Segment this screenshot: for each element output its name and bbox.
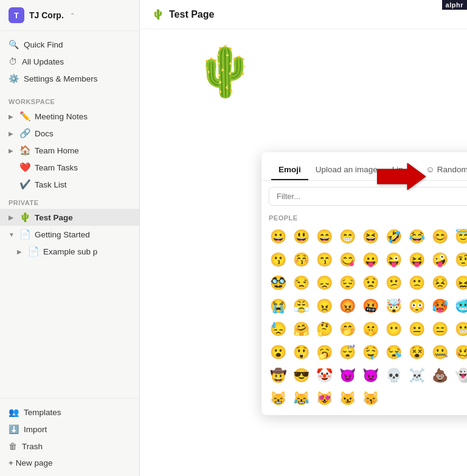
emoji-cell[interactable]: 😔 [336,271,359,295]
emoji-cell[interactable]: 😤 [289,295,313,318]
emoji-cell[interactable]: 😛 [359,248,382,271]
emoji-cell[interactable]: 🤯 [382,295,405,318]
emoji-cell[interactable]: 💩 [428,364,451,387]
emoji-cell[interactable]: 💀 [382,364,405,387]
emoji-cell[interactable]: 😣 [428,271,451,295]
emoji-cell[interactable]: 🤨 [451,248,467,271]
emoji-cell[interactable]: 🥵 [428,295,451,318]
emoji-cell[interactable]: 😃 [289,225,313,248]
emoji-cell[interactable]: 😟 [359,271,382,295]
emoji-cell[interactable]: 🥴 [451,341,467,364]
emoji-cell[interactable]: 😆 [359,225,382,248]
page-large-icon[interactable]: 🌵 [189,41,261,102]
emoji-cell[interactable]: 😕 [382,271,405,295]
emoji-cell[interactable]: 😇 [451,225,467,248]
quickfind-label: Quick Find [24,40,63,49]
tab-link[interactable]: Lin… [385,160,419,180]
sidebar-item-docs[interactable]: ▶ 🔗 Docs [0,125,139,142]
emoji-cell[interactable]: 🤬 [359,295,382,318]
emoji-cell[interactable]: 😵 [405,341,428,364]
emoji-cell[interactable]: 😸 [266,387,289,410]
emoji-cell[interactable]: 😠 [313,295,336,318]
emoji-cell[interactable]: 😮 [266,341,289,364]
emoji-cell[interactable]: 😽 [359,387,382,410]
emoji-cell[interactable]: 😋 [336,248,359,271]
tab-random[interactable]: ☺ Random [418,159,467,180]
search-icon: 🔍 [9,40,19,49]
emoji-cell[interactable]: 🤪 [428,248,451,271]
emoji-cell[interactable]: 😼 [336,387,359,410]
emoji-cell[interactable]: 😖 [451,271,467,295]
emoji-cell[interactable]: 😴 [336,341,359,364]
emoji-cell[interactable]: 😳 [405,295,428,318]
emoji-cell[interactable]: 😈 [336,364,359,387]
sidebar-item-tasklist[interactable]: ✔️ Task List [0,176,139,193]
sidebar-item-trash[interactable]: 🗑 Trash [0,438,139,455]
emoji-cell[interactable]: 😙 [313,248,336,271]
emoji-cell[interactable]: 🥸 [266,271,289,295]
docs-label: Docs [35,129,54,138]
emoji-cell[interactable]: 🤔 [313,318,336,341]
emoji-cell[interactable]: 🥶 [451,295,467,318]
emoji-cell[interactable]: 🤫 [359,318,382,341]
sidebar-item-import[interactable]: ⬇️ Import [0,421,139,438]
emoji-cell[interactable]: 🤗 [289,318,313,341]
emoji-cell[interactable]: 😂 [405,225,428,248]
emoji-cell[interactable]: 😹 [289,387,313,410]
tab-emoji[interactable]: Emoji [271,160,308,180]
sidebar-item-examplesub[interactable]: ▶ 📄 Example sub p [0,243,139,260]
workspace-avatar: T [9,7,24,23]
sidebar-item-teamhome[interactable]: ▶ 🏠 Team Home [0,142,139,159]
sidebar-item-settings[interactable]: ⚙️ Settings & Members [0,70,139,87]
emoji-cell[interactable]: 🥱 [313,341,336,364]
new-page-button[interactable]: + New page [0,455,139,471]
emoji-cell[interactable]: 😚 [289,248,313,271]
sidebar-item-allupdates[interactable]: ⏱ All Updates [0,53,139,70]
emoji-cell[interactable]: 😻 [313,387,336,410]
sidebar-item-meetingnotes[interactable]: ▶ ✏️ Meeting Notes [0,108,139,125]
sidebar-item-testpage[interactable]: ▶ 🌵 Test Page [0,209,139,226]
emoji-cell[interactable]: 😎 [289,364,313,387]
sidebar-item-teamtasks[interactable]: ❤️ Team Tasks [0,159,139,176]
emoji-cell[interactable]: 🤠 [266,364,289,387]
emoji-cell[interactable]: 😪 [382,341,405,364]
emoji-cell[interactable]: 😀 [266,225,289,248]
emoji-section-people: PEOPLE [261,212,467,225]
emoji-cell[interactable]: 😭 [266,295,289,318]
tab-upload[interactable]: Upload an image [308,160,385,180]
emoji-cell[interactable]: ☠️ [405,364,428,387]
emoji-cell[interactable]: 😒 [289,271,313,295]
workspace-header[interactable]: T TJ Corp. ⌃ [0,0,139,31]
emoji-cell[interactable]: 😊 [428,225,451,248]
emoji-cell[interactable]: 👻 [451,364,467,387]
workspace-name: TJ Corp. [29,10,64,20]
emoji-cell[interactable]: 😐 [405,318,428,341]
emoji-cell[interactable]: 😄 [313,225,336,248]
emoji-cell[interactable]: 😁 [336,225,359,248]
emoji-cell[interactable]: 🤭 [336,318,359,341]
sidebar-nav: 🔍 Quick Find ⏱ All Updates ⚙️ Settings &… [0,31,139,92]
emoji-cell[interactable]: 😗 [266,248,289,271]
emoji-cell[interactable]: 😶 [382,318,405,341]
emoji-cell[interactable]: 🤡 [313,364,336,387]
emoji-cell[interactable]: 😲 [289,341,313,364]
gettingstarted-label: Getting Started [35,230,90,239]
sidebar-item-templates[interactable]: 👥 Templates [0,404,139,421]
emoji-cell[interactable]: 🤐 [428,341,451,364]
emoji-cell[interactable]: 😡 [336,295,359,318]
emoji-cell[interactable]: 👿 [359,364,382,387]
emoji-cell[interactable]: 😬 [451,318,467,341]
emoji-cell[interactable]: 🤣 [382,225,405,248]
trash-icon: 🗑 [9,441,17,451]
sidebar-item-gettingstarted[interactable]: ▼ 📄 Getting Started [0,226,139,243]
emoji-cell[interactable]: 😜 [382,248,405,271]
emoji-cell[interactable]: 🙁 [405,271,428,295]
emoji-cell[interactable]: 😑 [428,318,451,341]
emoji-cell[interactable]: 😝 [405,248,428,271]
emoji-cell[interactable]: 😞 [313,271,336,295]
emoji-filter-input[interactable] [269,187,467,206]
main-content: 🌵 Test Page 🌵 Emoji Upload an image Lin…… [140,0,467,476]
emoji-cell[interactable]: 😓 [266,318,289,341]
emoji-cell[interactable]: 🤤 [359,341,382,364]
sidebar-item-quickfind[interactable]: 🔍 Quick Find [0,36,139,53]
